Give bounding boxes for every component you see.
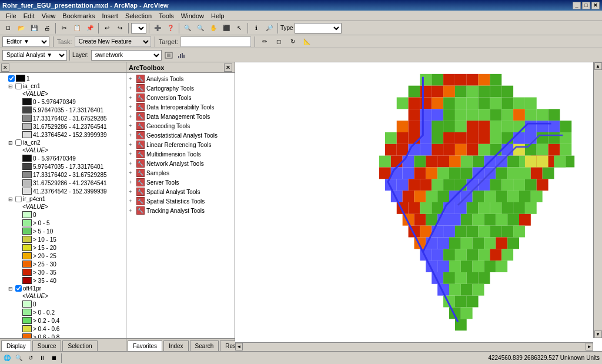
histogram-button[interactable] bbox=[176, 49, 188, 61]
scroll-track-right[interactable] bbox=[594, 70, 602, 330]
toolbox-item-conversion[interactable]: + 🔧 Conversion Tools bbox=[128, 93, 233, 102]
tab-source[interactable]: Source bbox=[32, 340, 62, 351]
layer-options-button[interactable] bbox=[163, 49, 175, 61]
menu-edit[interactable]: Edit bbox=[20, 12, 38, 20]
toolbox-item-geocoding[interactable]: + 🔧 Geocoding Tools bbox=[128, 121, 233, 131]
toolbox-item-spatialstat[interactable]: + 🔧 Spatial Statistics Tools bbox=[128, 196, 233, 206]
type-label: Type bbox=[280, 25, 293, 31]
toolbox-item-multidim[interactable]: + 🔧 Multidimension Tools bbox=[128, 149, 233, 159]
paste-button[interactable]: 📌 bbox=[84, 22, 96, 34]
scroll-track-bottom[interactable] bbox=[243, 343, 586, 351]
toolbox-item-server[interactable]: + 🔧 Server Tools bbox=[128, 178, 233, 187]
scroll-down-button[interactable]: ▼ bbox=[594, 330, 602, 338]
oft41pr-expand[interactable]: ⊟ bbox=[8, 286, 14, 292]
toolbox-item-spatial[interactable]: + 🔧 Spatial Analyst Tools bbox=[128, 187, 233, 196]
ia_cn2-checkbox[interactable] bbox=[15, 139, 22, 146]
save-button[interactable]: 💾 bbox=[28, 22, 40, 34]
cut-button[interactable]: ✂ bbox=[58, 22, 70, 34]
maximize-button[interactable]: □ bbox=[582, 2, 590, 9]
refresh-icon[interactable]: ↺ bbox=[26, 353, 35, 363]
menu-insert[interactable]: Insert bbox=[98, 12, 122, 20]
ia_cn1-expand[interactable]: ⊟ bbox=[8, 84, 14, 89]
svg-rect-13 bbox=[467, 74, 479, 86]
map-view[interactable]: ▲ ▼ ◄ ► bbox=[235, 62, 602, 351]
minimize-button[interactable]: _ bbox=[573, 2, 581, 9]
snapping-button[interactable]: 📐 bbox=[301, 36, 313, 48]
ia_cn1-checkbox[interactable] bbox=[15, 83, 22, 89]
window-controls[interactable]: _ □ ✕ bbox=[573, 2, 600, 9]
tab-display[interactable]: Display bbox=[1, 340, 31, 351]
svg-rect-68 bbox=[420, 132, 432, 144]
toolbox-item-analysis[interactable]: + 🔧 Analysis Tools bbox=[128, 74, 233, 84]
globe-icon[interactable]: 🌐 bbox=[2, 353, 12, 363]
toolbox-item-samples[interactable]: + 🔧 Samples bbox=[128, 168, 233, 178]
vertex-button[interactable]: ◻ bbox=[273, 36, 285, 48]
toolbox-item-interop[interactable]: + 🔧 Data Interoperability Tools bbox=[128, 102, 233, 112]
svg-rect-154 bbox=[531, 191, 543, 202]
tab-search[interactable]: Search bbox=[190, 340, 219, 351]
print-button[interactable]: 🖨 bbox=[41, 22, 53, 34]
map-scrollbar-right[interactable]: ▲ ▼ bbox=[593, 62, 602, 338]
toolbox-item-network[interactable]: + 🔧 Network Analyst Tools bbox=[128, 159, 233, 168]
toolbox-item-geostat[interactable]: + 🔧 Geostatistical Analyst Tools bbox=[128, 131, 233, 140]
stop-icon[interactable]: ⏹ bbox=[49, 353, 59, 363]
menu-help[interactable]: Help bbox=[208, 12, 228, 20]
tab-favorites[interactable]: Favorites bbox=[128, 340, 162, 351]
zoom-out-button[interactable]: 🔍 bbox=[195, 22, 206, 34]
arcmap-help[interactable]: ❓ bbox=[165, 22, 176, 34]
map-scrollbar-bottom[interactable]: ◄ ► bbox=[235, 342, 593, 351]
svg-rect-200 bbox=[455, 249, 467, 261]
target-input[interactable] bbox=[180, 36, 251, 47]
svg-rect-66 bbox=[397, 132, 409, 144]
toolbox-item-tracking[interactable]: + 🔧 Tracking Analyst Tools bbox=[128, 206, 233, 215]
toc-close-button[interactable]: ✕ bbox=[1, 64, 9, 72]
undo-button[interactable]: ↩ bbox=[101, 22, 113, 34]
tab-index[interactable]: Index bbox=[163, 340, 188, 351]
redo-button[interactable]: ↪ bbox=[114, 22, 126, 34]
select-button[interactable]: ↖ bbox=[233, 22, 245, 34]
toolbox-item-datamgmt[interactable]: + 🔧 Data Management Tools bbox=[128, 112, 233, 121]
ia_cn2-expand[interactable]: ⊟ bbox=[8, 140, 14, 146]
menu-tools[interactable]: Tools bbox=[155, 12, 178, 20]
svg-rect-6 bbox=[182, 53, 183, 58]
menu-bookmarks[interactable]: Bookmarks bbox=[59, 12, 98, 20]
menu-file[interactable]: File bbox=[2, 12, 20, 20]
spatial-analyst-dropdown[interactable]: Spatial Analyst ▼ bbox=[2, 50, 67, 61]
toolbox-item-cartography[interactable]: + 🔧 Cartography Tools bbox=[128, 84, 233, 93]
type-dropdown[interactable] bbox=[295, 23, 342, 34]
svg-rect-26 bbox=[409, 98, 420, 109]
pause-icon[interactable]: ⏸ bbox=[38, 353, 47, 363]
layer1-checkbox[interactable] bbox=[8, 75, 15, 82]
zoom-in-button[interactable]: 🔍 bbox=[182, 22, 193, 34]
arctoolbox-close[interactable]: ✕ bbox=[224, 64, 232, 72]
new-button[interactable]: 🗋 bbox=[2, 22, 14, 34]
menu-view[interactable]: View bbox=[38, 12, 59, 20]
close-button[interactable]: ✕ bbox=[591, 2, 600, 9]
zoom-icon[interactable]: 🔍 bbox=[14, 353, 24, 363]
layer-dropdown[interactable]: swnetwork bbox=[91, 50, 162, 61]
edit-tool-button[interactable]: ✏ bbox=[259, 36, 270, 48]
scale-dropdown[interactable] bbox=[131, 23, 146, 34]
ir_p4cn1-expand[interactable]: ⊟ bbox=[8, 196, 14, 202]
rotate-button[interactable]: ↻ bbox=[287, 36, 299, 48]
add-data-button[interactable]: ➕ bbox=[152, 22, 163, 34]
ir_p4cn1-checkbox[interactable] bbox=[15, 196, 22, 202]
task-dropdown[interactable]: Create New Feature bbox=[75, 36, 151, 47]
toc-scroll-area[interactable]: 1 ⊟ ia_cn1 <VALUE> 0 - 5.976470349 bbox=[0, 73, 126, 338]
menu-window[interactable]: Window bbox=[178, 12, 208, 20]
full-extent-button[interactable]: ⬛ bbox=[220, 22, 232, 34]
open-button[interactable]: 📂 bbox=[15, 22, 27, 34]
toolbox-item-linear[interactable]: + 🔧 Linear Referencing Tools bbox=[128, 140, 233, 149]
scroll-right-button[interactable]: ► bbox=[586, 343, 593, 350]
spatialstat-expand-icon: + bbox=[129, 198, 135, 204]
menu-selection[interactable]: Selection bbox=[122, 12, 155, 20]
identify-button[interactable]: ℹ bbox=[250, 22, 262, 34]
editor-dropdown[interactable]: Editor ▼ bbox=[2, 36, 49, 47]
oft41pr-checkbox[interactable] bbox=[15, 285, 22, 292]
copy-button[interactable]: 📋 bbox=[71, 22, 83, 34]
scroll-left-button[interactable]: ◄ bbox=[235, 343, 243, 350]
scroll-up-button[interactable]: ▲ bbox=[594, 62, 602, 70]
tab-selection[interactable]: Selection bbox=[62, 340, 97, 351]
find-button[interactable]: 🔎 bbox=[263, 22, 275, 34]
pan-button[interactable]: ✋ bbox=[208, 22, 219, 34]
